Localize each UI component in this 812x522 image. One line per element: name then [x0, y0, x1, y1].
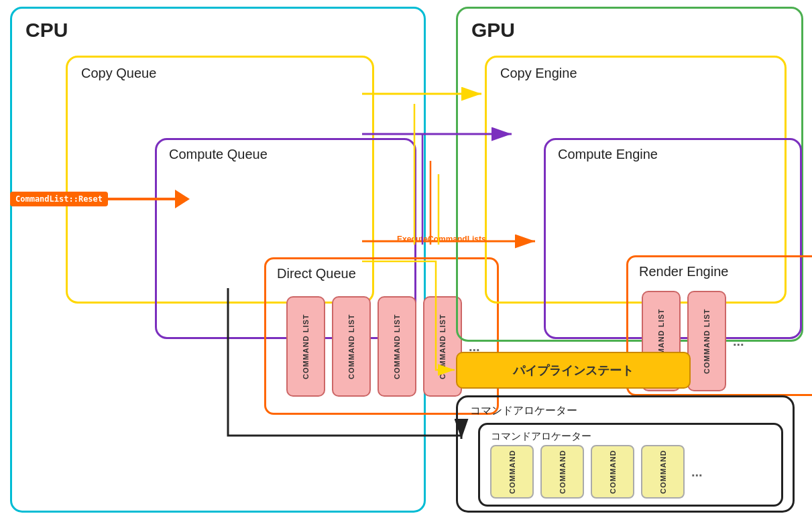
- gpu-label: GPU: [471, 19, 515, 42]
- copy-engine-box: Copy Engine Compute Engine Render Engine…: [485, 56, 787, 304]
- diagram: CPU Copy Queue Compute Queue Direct Queu…: [0, 0, 812, 522]
- gpu-cmd-list-card-2: COMMAND LIST: [687, 291, 726, 391]
- cmd-allocator-outer: コマンドアロケーター コマンドアロケーター COMMAND COMMAND CO…: [456, 395, 795, 513]
- reset-arrow-head: [175, 190, 190, 208]
- reset-arrow-label: CommandList::Reset: [10, 192, 108, 206]
- reset-arrow: CommandList::Reset: [10, 190, 190, 208]
- command-card-2: COMMAND: [540, 445, 584, 499]
- cmd-list-card-1: COMMAND LIST: [286, 296, 325, 397]
- compute-engine-label: Compute Engine: [558, 147, 658, 162]
- cmd-list-card-3: COMMAND LIST: [378, 296, 416, 397]
- pipeline-state-label: パイプラインステート: [513, 363, 634, 379]
- copy-queue-box: Copy Queue Compute Queue Direct Queue CO…: [66, 56, 374, 304]
- cpu-label: CPU: [25, 19, 68, 42]
- compute-engine-box: Compute Engine Render Engine COMMAND LIS…: [544, 138, 802, 339]
- cmd-list-container: COMMAND LIST COMMAND LIST COMMAND LIST C…: [286, 296, 480, 397]
- cmd-allocator-inner-label: コマンドアロケーター: [491, 430, 591, 443]
- command-card-3: COMMAND: [591, 445, 634, 499]
- cpu-box: CPU Copy Queue Compute Queue Direct Queu…: [10, 7, 426, 513]
- ellipsis-cmd: ...: [691, 464, 703, 480]
- command-card-1: COMMAND: [490, 445, 534, 499]
- compute-queue-box: Compute Queue Direct Queue COMMAND LIST …: [155, 138, 416, 339]
- cmd-allocator-inner: コマンドアロケーター COMMAND COMMAND COMMAND COMMA…: [478, 423, 783, 507]
- ellipsis-gpu: ...: [733, 334, 744, 349]
- render-engine-label: Render Engine: [639, 264, 728, 279]
- command-cards-row: COMMAND COMMAND COMMAND COMMAND ...: [490, 445, 703, 499]
- copy-engine-label: Copy Engine: [500, 66, 577, 81]
- compute-queue-label: Compute Queue: [169, 147, 268, 162]
- copy-queue-label: Copy Queue: [81, 66, 156, 81]
- reset-arrow-line: [108, 198, 175, 200]
- gpu-box: GPU Copy Engine Compute Engine Render En…: [456, 7, 803, 342]
- direct-queue-label: Direct Queue: [277, 266, 356, 281]
- cmd-list-card-2: COMMAND LIST: [332, 296, 371, 397]
- execute-command-lists-label: ExecuteCommandLists: [397, 235, 486, 244]
- pipeline-state-box: パイプラインステート: [456, 352, 691, 389]
- cmd-allocator-outer-label: コマンドアロケーター: [470, 404, 577, 418]
- command-card-4: COMMAND: [641, 445, 685, 499]
